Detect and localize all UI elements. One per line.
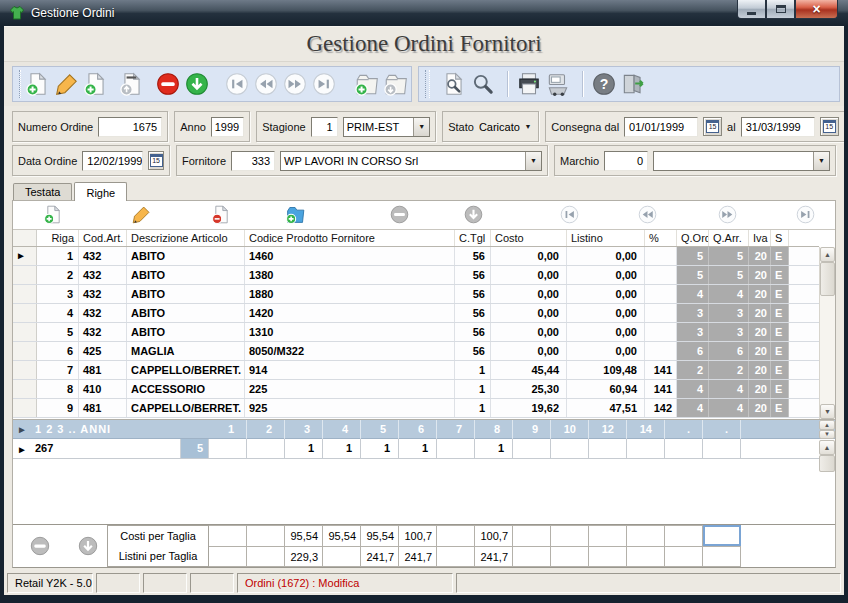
insert-row-button[interactable] (285, 204, 306, 225)
cancel-row-button[interactable] (389, 204, 410, 225)
summary-cell[interactable] (437, 525, 475, 546)
summary-cell[interactable] (589, 546, 627, 567)
size-qty-cell[interactable] (513, 439, 551, 458)
summary-cell[interactable] (665, 546, 703, 567)
last-record-button[interactable] (311, 71, 337, 97)
numero-ordine-field[interactable]: 1675 (98, 117, 162, 137)
size-qty-cell[interactable]: 1 (475, 439, 513, 458)
add-row-button[interactable] (43, 204, 64, 225)
size-grid-row[interactable]: 267 5 11111 (13, 439, 835, 459)
maximize-button[interactable] (766, 0, 795, 19)
summary-cell[interactable] (209, 525, 247, 546)
exit-button[interactable] (620, 71, 646, 97)
size-qty-cell[interactable] (209, 439, 247, 458)
folder-add-button[interactable] (354, 71, 380, 97)
summary-cell[interactable] (551, 525, 589, 546)
summary-cell[interactable]: 100,7 (399, 525, 437, 546)
size-qty-cell[interactable] (551, 439, 589, 458)
grid-vertical-scrollbar[interactable] (819, 247, 835, 419)
print-options-button[interactable] (545, 71, 571, 97)
size-row-total-cell[interactable]: 5 (181, 439, 209, 458)
calendar-button[interactable] (820, 117, 839, 136)
tab-righe[interactable]: Righe (74, 182, 127, 201)
size-qty-cell[interactable]: 1 (399, 439, 437, 458)
summary-cell[interactable] (703, 546, 741, 567)
data-ordine-field[interactable]: 12/02/1999 (82, 151, 143, 171)
size-qty-cell[interactable] (703, 439, 741, 458)
table-row[interactable]: 5 432 ABITO 1310 56 0,00 0,00 3 3 20 E (13, 323, 819, 342)
summary-cell[interactable] (437, 546, 475, 567)
scroll-thumb[interactable] (820, 262, 835, 296)
next-row-button[interactable] (717, 204, 738, 225)
edit-record-button[interactable] (54, 71, 80, 97)
summary-cell[interactable] (323, 546, 361, 567)
size-grid-spinner[interactable] (819, 420, 835, 439)
first-row-button[interactable] (559, 204, 580, 225)
first-record-button[interactable] (224, 71, 250, 97)
size-qty-cell[interactable]: 1 (323, 439, 361, 458)
titlebar[interactable]: Gestione Ordini (0, 0, 848, 26)
stagione-code-field[interactable]: 1 (311, 117, 338, 137)
minimize-button[interactable] (737, 0, 766, 19)
summary-cell[interactable] (589, 525, 627, 546)
close-button[interactable] (795, 0, 838, 19)
scroll-up-icon[interactable] (820, 247, 835, 262)
edit-row-button[interactable] (131, 204, 152, 225)
chevron-down-icon[interactable] (520, 117, 536, 137)
scroll-down-icon[interactable] (820, 404, 835, 419)
size-qty-cell[interactable] (437, 439, 475, 458)
summary-cell[interactable] (247, 546, 285, 567)
new-record-button[interactable] (25, 71, 51, 97)
marchio-code-field[interactable]: 0 (604, 151, 648, 171)
calendar-button[interactable] (703, 117, 722, 136)
summary-cell[interactable]: 241,7 (475, 546, 513, 567)
previous-record-button[interactable] (253, 71, 279, 97)
spin-up-icon[interactable] (819, 420, 835, 430)
duplicate-record-button[interactable] (119, 71, 145, 97)
summary-cell[interactable] (627, 525, 665, 546)
last-row-button[interactable] (795, 204, 816, 225)
confirm-row-button[interactable] (463, 204, 484, 225)
size-qty-cell[interactable]: 1 (285, 439, 323, 458)
copy-record-button[interactable] (83, 71, 109, 97)
consegna-dal-field[interactable]: 01/01/1999 (624, 117, 698, 137)
marchio-combo[interactable] (653, 151, 830, 171)
summary-cell[interactable]: 241,7 (399, 546, 437, 567)
zoom-button[interactable] (470, 71, 496, 97)
confirm-button[interactable] (184, 71, 210, 97)
table-row[interactable]: 3 432 ABITO 1880 56 0,00 0,00 4 4 20 E (13, 285, 819, 304)
summary-cell[interactable]: 95,54 (285, 525, 323, 546)
chevron-down-icon[interactable] (413, 118, 429, 136)
chevron-down-icon[interactable] (525, 152, 541, 170)
stato-combo[interactable]: Caricato (479, 117, 536, 137)
size-qty-cell[interactable] (589, 439, 627, 458)
summary-cell[interactable]: 100,7 (475, 525, 513, 546)
fornitore-code-field[interactable]: 333 (231, 151, 275, 171)
help-button[interactable] (591, 71, 617, 97)
size-grid-scrollbar[interactable] (819, 440, 835, 472)
table-row[interactable]: 8 410 ACCESSORIO 225 1 25,30 60,94 141 4… (13, 380, 819, 399)
summary-cell[interactable]: 95,54 (361, 525, 399, 546)
consegna-al-field[interactable]: 31/03/1999 (741, 117, 815, 137)
summary-cell[interactable] (551, 546, 589, 567)
summary-cell[interactable] (209, 546, 247, 567)
table-row[interactable]: 9 481 CAPPELLO/BERRET. 925 1 19,62 47,51… (13, 399, 819, 418)
stagione-combo[interactable]: PRIM-EST (343, 117, 430, 137)
summary-cell[interactable] (665, 525, 703, 546)
summary-cell[interactable] (247, 525, 285, 546)
summary-cell[interactable] (513, 525, 551, 546)
summary-cell[interactable]: 229,3 (285, 546, 323, 567)
summary-cell[interactable]: 95,54 (323, 525, 361, 546)
next-record-button[interactable] (282, 71, 308, 97)
table-row[interactable]: 1 432 ABITO 1460 56 0,00 0,00 5 5 20 E (13, 247, 819, 266)
summary-cell[interactable] (703, 525, 741, 546)
size-qty-cell[interactable] (665, 439, 703, 458)
previous-row-button[interactable] (637, 204, 658, 225)
scroll-thumb[interactable] (819, 455, 835, 472)
folder-export-button[interactable] (383, 71, 409, 97)
print-button[interactable] (516, 71, 542, 97)
anno-field[interactable]: 1999 (211, 117, 244, 137)
delete-row-button[interactable] (211, 204, 232, 225)
spin-down-icon[interactable] (819, 430, 835, 440)
scroll-up-icon[interactable] (819, 440, 835, 455)
